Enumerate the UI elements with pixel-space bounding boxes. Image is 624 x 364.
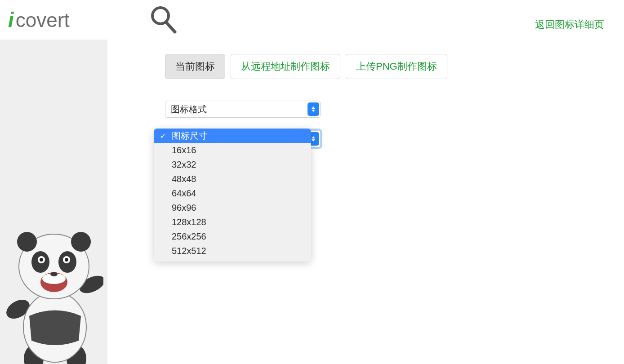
select-format-chevron-icon: [308, 102, 319, 116]
back-to-detail-link[interactable]: 返回图标详细页: [535, 18, 604, 31]
tab-current-icon[interactable]: 当前图标: [165, 54, 225, 79]
logo-text: covert: [16, 9, 70, 31]
logo[interactable]: i covert: [8, 8, 70, 32]
size-dropdown: 图标尺寸 16x16 32x32 48x48 64x64 96x96 128x1…: [154, 129, 311, 262]
logo-prefix: i: [8, 8, 14, 32]
tab-upload-png[interactable]: 上传PNG制作图标: [346, 54, 447, 79]
dropdown-option[interactable]: 512x512: [154, 244, 311, 258]
selects-area: 图标格式 图标尺寸 图标尺寸 16x16 32x32 48x48 64x64: [165, 101, 624, 147]
dropdown-option[interactable]: 32x32: [154, 157, 311, 172]
svg-point-8: [17, 232, 37, 252]
svg-point-18: [50, 272, 58, 276]
search-icon[interactable]: [149, 4, 178, 36]
svg-point-15: [65, 258, 68, 262]
header: i covert 返回图标详细页: [0, 0, 624, 40]
panda-mascot: [4, 215, 103, 364]
main: 当前图标 从远程地址制作图标 上传PNG制作图标 图标格式 图标尺寸 图: [0, 40, 624, 364]
svg-point-14: [40, 258, 43, 262]
select-icon-format[interactable]: 图标格式: [165, 101, 321, 118]
dropdown-option[interactable]: 128x128: [154, 215, 311, 229]
dropdown-option[interactable]: 48x48: [154, 172, 311, 186]
tabs: 当前图标 从远程地址制作图标 上传PNG制作图标: [165, 54, 624, 79]
svg-point-9: [71, 232, 91, 252]
dropdown-option[interactable]: 256x256: [154, 229, 311, 244]
dropdown-option[interactable]: 96x96: [154, 200, 311, 215]
dropdown-option[interactable]: 图标尺寸: [154, 129, 311, 143]
tab-remote-url[interactable]: 从远程地址制作图标: [231, 54, 340, 79]
dropdown-option[interactable]: 16x16: [154, 143, 311, 157]
sidebar: [0, 40, 107, 364]
dropdown-option[interactable]: 64x64: [154, 186, 311, 200]
content: 当前图标 从远程地址制作图标 上传PNG制作图标 图标格式 图标尺寸 图: [107, 40, 624, 364]
select-format-label: 图标格式: [165, 103, 308, 115]
svg-line-1: [166, 22, 175, 32]
